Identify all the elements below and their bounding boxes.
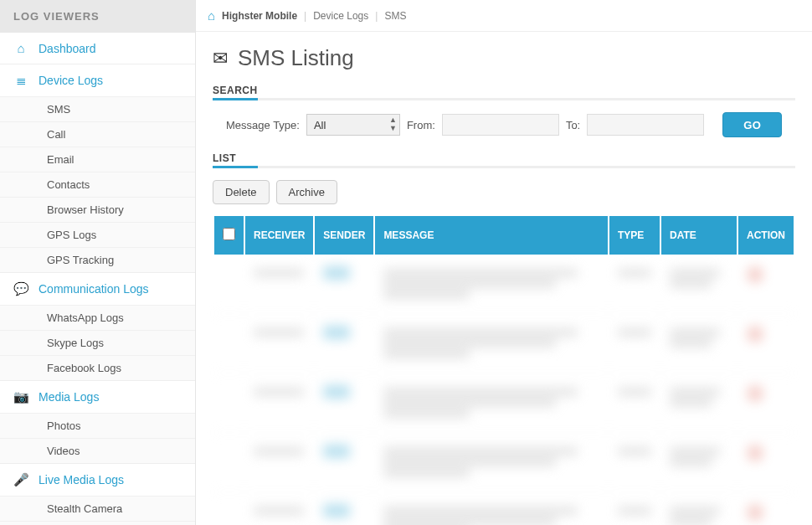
section-divider: [213, 166, 795, 168]
envelope-icon: ✉: [213, 48, 228, 69]
message-type-select[interactable]: All: [306, 114, 400, 136]
sidebar-item-whatsapp-logs[interactable]: WhatsApp Logs: [0, 305, 195, 330]
row-date: [661, 433, 737, 492]
sidebar-item-sms[interactable]: SMS: [0, 96, 195, 121]
row-action[interactable]: [738, 492, 794, 525]
row-type: [609, 314, 660, 373]
row-checkbox-cell: [214, 314, 244, 373]
main-panel: ⌂ Highster Mobile | Device Logs | SMS ✉ …: [196, 0, 812, 525]
sidebar-section-media-logs[interactable]: 📷Media Logs: [0, 380, 195, 413]
breadcrumb-mid[interactable]: Device Logs: [313, 10, 368, 22]
delete-row-icon[interactable]: [747, 326, 763, 342]
delete-row-icon[interactable]: [747, 504, 763, 521]
sidebar-item-gps-tracking[interactable]: GPS Tracking: [0, 247, 195, 272]
delete-button[interactable]: Delete: [213, 180, 270, 204]
row-sender: [315, 373, 373, 433]
table-row: [214, 314, 794, 373]
row-sender: [315, 433, 373, 492]
sidebar-section-label: Communication Logs: [39, 282, 149, 296]
sidebar-section-device-logs[interactable]: ≣Device Logs: [0, 64, 195, 96]
to-date-input[interactable]: [587, 114, 704, 136]
chat-icon: 💬: [13, 281, 28, 296]
sidebar-item-call[interactable]: Call: [0, 121, 195, 147]
select-all-checkbox[interactable]: [223, 228, 235, 240]
sidebar-item-photos[interactable]: Photos: [0, 413, 195, 438]
column-receiver[interactable]: RECEIVER: [245, 216, 313, 255]
from-date-input[interactable]: [442, 114, 559, 136]
sidebar-section-communication-logs[interactable]: 💬Communication Logs: [0, 272, 195, 305]
list-icon: ≣: [13, 73, 28, 88]
page-title-wrap: ✉ SMS Listing: [213, 45, 795, 71]
sidebar-item-contacts[interactable]: Contacts: [0, 172, 195, 197]
from-label: From:: [407, 119, 435, 131]
table-row: [214, 492, 794, 525]
row-sender: [315, 492, 373, 525]
message-type-label: Message Type:: [226, 119, 300, 131]
row-date: [661, 314, 737, 373]
row-message: [375, 314, 608, 373]
table-row: [214, 433, 794, 492]
sidebar: LOG VIEWERS ⌂Dashboard≣Device LogsSMSCal…: [0, 0, 196, 525]
row-action[interactable]: [738, 314, 794, 373]
row-message: [375, 255, 608, 314]
select-all-header: [214, 216, 244, 255]
row-action[interactable]: [738, 433, 794, 492]
search-form: Message Type: All ▲▼ From: To: GO: [213, 112, 795, 137]
sidebar-item-facebook-logs[interactable]: Facebook Logs: [0, 355, 195, 380]
row-checkbox-cell: [214, 433, 244, 492]
sms-table: RECEIVER SENDER MESSAGE TYPE DATE ACTION: [213, 216, 795, 525]
row-date: [661, 492, 737, 525]
sidebar-item-skype-logs[interactable]: Skype Logs: [0, 330, 195, 355]
page-title: SMS Listing: [238, 45, 354, 71]
row-type: [609, 255, 660, 314]
sidebar-section-live-media-logs[interactable]: 🎤Live Media Logs: [0, 463, 195, 496]
breadcrumb: ⌂ Highster Mobile | Device Logs | SMS: [196, 0, 812, 32]
sidebar-item-gps-logs[interactable]: GPS Logs: [0, 222, 195, 247]
column-action[interactable]: ACTION: [738, 216, 794, 255]
row-type: [609, 492, 660, 525]
row-date: [661, 373, 737, 433]
row-message: [375, 373, 608, 433]
breadcrumb-root[interactable]: Highster Mobile: [222, 10, 297, 22]
row-type: [609, 433, 660, 492]
row-action[interactable]: [738, 373, 794, 433]
row-checkbox-cell: [214, 255, 244, 314]
delete-row-icon[interactable]: [747, 266, 763, 283]
list-section-label: LIST: [213, 152, 795, 164]
sidebar-section-label: Dashboard: [39, 42, 96, 55]
row-sender: [315, 314, 373, 373]
archive-button[interactable]: Archive: [276, 180, 337, 204]
column-type[interactable]: TYPE: [609, 216, 660, 255]
row-sender: [315, 255, 373, 314]
sidebar-section-dashboard[interactable]: ⌂Dashboard: [0, 33, 195, 64]
row-receiver: [245, 492, 313, 525]
sidebar-section-label: Live Media Logs: [39, 473, 124, 486]
sidebar-section-label: Media Logs: [39, 390, 99, 404]
delete-row-icon[interactable]: [747, 445, 763, 461]
sidebar-item-stealth-camera[interactable]: Stealth Camera: [0, 496, 195, 521]
row-checkbox-cell: [214, 492, 244, 525]
breadcrumb-separator: |: [304, 10, 306, 22]
row-message: [375, 492, 608, 525]
row-receiver: [245, 314, 313, 373]
row-message: [375, 433, 608, 492]
row-action[interactable]: [738, 255, 794, 314]
search-section-label: SEARCH: [213, 85, 795, 96]
row-date: [661, 255, 737, 314]
breadcrumb-separator: |: [375, 10, 378, 22]
sidebar-item-email[interactable]: Email: [0, 147, 195, 172]
column-date[interactable]: DATE: [661, 216, 737, 255]
row-checkbox-cell: [214, 373, 244, 433]
home-icon: ⌂: [13, 41, 28, 55]
home-icon[interactable]: ⌂: [208, 8, 215, 23]
column-message[interactable]: MESSAGE: [375, 216, 608, 255]
column-sender[interactable]: SENDER: [315, 216, 373, 255]
table-row: [214, 373, 794, 433]
breadcrumb-leaf[interactable]: SMS: [384, 10, 406, 22]
delete-row-icon[interactable]: [747, 385, 763, 402]
sidebar-item-browser-history[interactable]: Browser History: [0, 197, 195, 222]
go-button[interactable]: GO: [722, 112, 782, 137]
sidebar-title: LOG VIEWERS: [0, 0, 195, 33]
sidebar-item-videos[interactable]: Videos: [0, 438, 195, 463]
sidebar-item-call-recording[interactable]: Call Recording: [0, 521, 195, 525]
